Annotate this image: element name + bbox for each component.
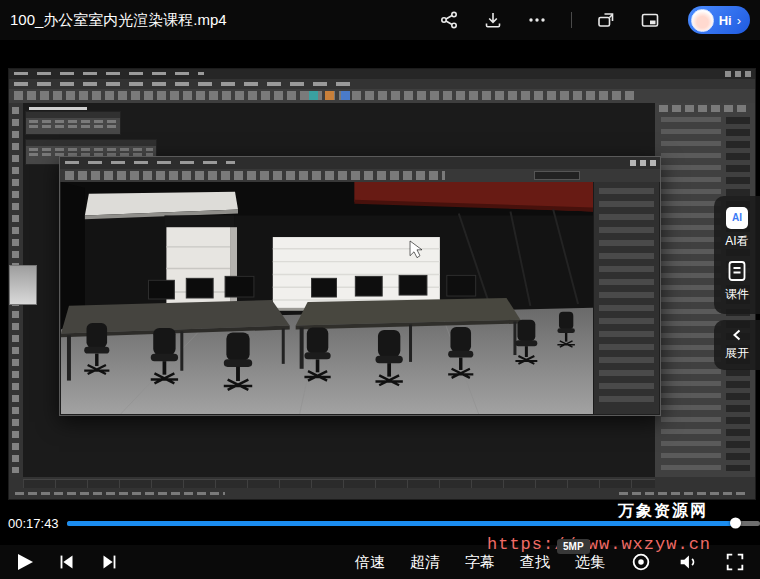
render-window-toolbar bbox=[60, 169, 660, 182]
assistant-label: Hi bbox=[719, 13, 732, 28]
volume-icon[interactable] bbox=[677, 551, 699, 573]
quality-button[interactable]: 超清 bbox=[410, 553, 440, 572]
fullscreen-icon[interactable] bbox=[724, 551, 746, 573]
office-render bbox=[61, 182, 593, 414]
render-window-sidebar bbox=[593, 182, 659, 414]
expand-label: 展开 bbox=[725, 345, 749, 362]
download-icon[interactable] bbox=[483, 10, 503, 30]
video-frame bbox=[8, 68, 756, 500]
max-toolbar bbox=[9, 89, 755, 103]
ai-view-label: AI看 bbox=[725, 233, 748, 250]
max-title-bar bbox=[9, 69, 755, 79]
ai-view-button[interactable]: AI AI看 bbox=[725, 207, 748, 250]
assistant-button[interactable]: Hi › bbox=[688, 6, 750, 34]
subtitle-button[interactable]: 字幕 bbox=[465, 553, 495, 572]
floating-dialog bbox=[25, 111, 121, 135]
viewport-label bbox=[29, 107, 87, 110]
url-watermark: https://www.wxzyw.cn bbox=[487, 535, 711, 554]
share-icon[interactable] bbox=[439, 10, 459, 30]
more-icon[interactable] bbox=[527, 10, 547, 30]
chevron-right-icon: › bbox=[737, 14, 741, 27]
cast-icon[interactable] bbox=[596, 10, 616, 30]
render-image bbox=[61, 182, 593, 414]
search-button[interactable]: 查找 bbox=[520, 553, 550, 572]
current-time: 00:17:43 bbox=[8, 516, 59, 531]
play-button[interactable] bbox=[14, 551, 36, 573]
courseware-label: 课件 bbox=[725, 286, 749, 303]
preview-thumbnail bbox=[9, 265, 37, 305]
right-tool-panel: AI AI看 课件 bbox=[714, 196, 760, 314]
avatar bbox=[691, 9, 714, 32]
previous-button[interactable] bbox=[56, 551, 78, 573]
courseware-button[interactable]: 课件 bbox=[725, 260, 749, 303]
expand-panel: 展开 bbox=[714, 320, 760, 370]
top-icons: Hi › bbox=[439, 6, 750, 34]
expand-button[interactable]: 展开 bbox=[725, 329, 749, 362]
chevron-left-icon bbox=[731, 329, 743, 341]
max-menu-bar bbox=[9, 79, 755, 89]
progress-knob[interactable] bbox=[730, 518, 741, 529]
toolbar-divider bbox=[571, 12, 572, 28]
resolution-badge: 5MP bbox=[557, 539, 590, 554]
max-timeline bbox=[23, 479, 655, 488]
video-player: 100_办公室室内光渲染课程.mp4 bbox=[0, 0, 760, 579]
ai-icon: AI bbox=[726, 207, 748, 229]
site-watermark: 万象资源网 bbox=[618, 501, 708, 522]
courseware-icon bbox=[727, 260, 747, 282]
render-window bbox=[59, 156, 661, 416]
next-button[interactable] bbox=[98, 551, 120, 573]
pip-icon[interactable] bbox=[640, 10, 660, 30]
video-title: 100_办公室室内光渲染课程.mp4 bbox=[10, 11, 227, 30]
top-bar: 100_办公室室内光渲染课程.mp4 bbox=[0, 0, 760, 40]
record-icon[interactable] bbox=[630, 551, 652, 573]
episodes-button[interactable]: 选集 bbox=[575, 553, 605, 572]
render-window-titlebar bbox=[60, 157, 660, 169]
speed-button[interactable]: 倍速 bbox=[355, 553, 385, 572]
max-status-bar bbox=[9, 477, 755, 499]
